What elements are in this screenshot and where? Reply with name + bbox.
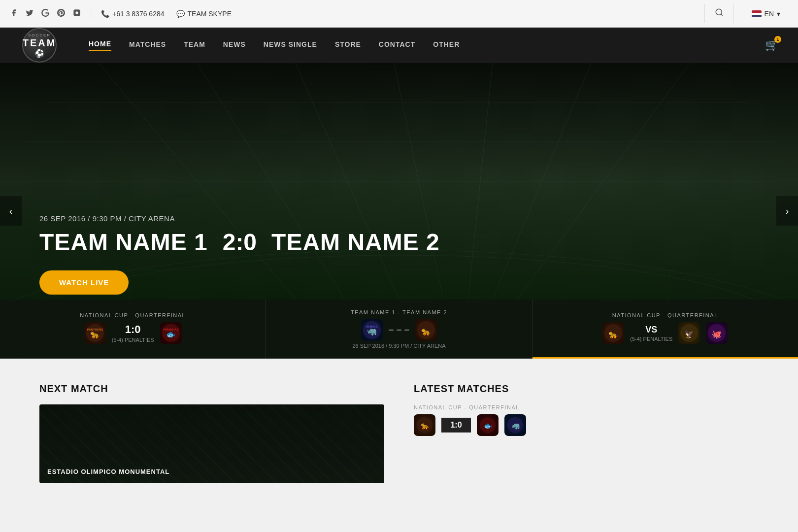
latest-team1-logo: 🐆 (414, 414, 435, 436)
site-logo[interactable]: SOCCER TEAM ⚽ (20, 26, 59, 65)
svg-point-2 (716, 9, 722, 15)
pinterest-icon[interactable] (57, 9, 65, 19)
phone-info: 📞 +61 3 8376 6284 (101, 10, 165, 18)
main-content: NEXT MATCH ESTADIO OLIMPICO MONUMENTAL L… (0, 359, 798, 508)
ticker-2-label: TEAM NAME 1 - TEAM NAME 2 (351, 309, 447, 315)
ticker-3-score-block: VS (5-4) PENALTIES (630, 325, 672, 342)
logo-top-text: SOCCER (28, 33, 51, 37)
nav-matches[interactable]: MATCHES (129, 40, 166, 50)
hero-team2: TEAM NAME 2 (271, 229, 440, 256)
ticker-3-penalties: (5-4) PENALTIES (630, 336, 672, 342)
next-match-section: NEXT MATCH ESTADIO OLIMPICO MONUMENTAL (39, 383, 384, 483)
nav-home[interactable]: HOME (89, 40, 111, 51)
facebook-icon[interactable] (10, 9, 18, 19)
contact-info: 📞 +61 3 8376 6284 💬 TEAM SKYPE (91, 10, 704, 18)
ticker-2-date: 26 SEP 2016 / 9:30 PM / CITY ARENA (352, 343, 445, 349)
next-match-venue: ESTADIO OLIMPICO MONUMENTAL (47, 468, 169, 475)
main-nav: HOME MATCHES TEAM NEWS NEWS SINGLE STORE… (89, 40, 760, 51)
ticker-1-penalties: (5-4) PENALTIES (112, 337, 154, 343)
phone-icon: 📞 (101, 10, 109, 18)
ticker-3-vs: VS (630, 325, 672, 335)
hero-score: 2:0 (223, 229, 257, 256)
lang-label: EN (765, 10, 774, 18)
ticker-item-3[interactable]: NATIONAL CUP - QUARTERFINAL 🐆 VS (5-4) P… (532, 299, 798, 359)
nav-contact[interactable]: CONTACT (379, 40, 415, 50)
social-links (10, 9, 91, 19)
latest-team2-logo: 🐟 (477, 414, 499, 436)
hero-content: 26 SEP 2016 / 9:30 PM / CITY ARENA TEAM … (39, 214, 440, 295)
svg-text:🦏: 🦏 (511, 422, 520, 430)
latest-match-label: NATIONAL CUP - QUARTERFINAL (414, 404, 759, 410)
skype-label: TEAM SKYPE (188, 10, 232, 18)
phone-number: +61 3 8376 6284 (112, 10, 165, 18)
nav-store[interactable]: STORE (335, 40, 361, 50)
cart-container[interactable]: 🛒 1 (760, 39, 778, 52)
svg-text:🐙: 🐙 (712, 330, 722, 339)
top-bar-right: EN ▾ (704, 4, 788, 23)
svg-text:🦏: 🦏 (367, 327, 377, 336)
svg-text:🐟: 🐟 (484, 422, 493, 430)
hero-section: 26 SEP 2016 / 9:30 PM / CITY ARENA TEAM … (0, 63, 798, 359)
watch-live-button[interactable]: WATCH LIVE (39, 270, 129, 295)
ticker-3-panthers: 🐆 (602, 322, 624, 344)
svg-text:🦅: 🦅 (684, 330, 694, 339)
nav-team[interactable]: TEAM (184, 40, 205, 50)
skype-info: 💬 TEAM SKYPE (176, 10, 232, 18)
hero-team1: TEAM NAME 1 (39, 229, 208, 256)
nav-bar: SOCCER TEAM ⚽ HOME MATCHES TEAM NEWS NEW… (0, 28, 798, 63)
svg-text:🐆: 🐆 (90, 330, 100, 339)
ticker-2-panthers-logo: 🐆 (415, 319, 437, 341)
panthers-logo: PANTHERS🐆 (84, 322, 106, 344)
skype-icon: 💬 (176, 10, 185, 18)
piranhas-logo: PIRANHAS🐟 (160, 322, 182, 344)
nav-news[interactable]: NEWS (223, 40, 246, 50)
google-icon[interactable] (41, 9, 49, 19)
twitter-icon[interactable] (26, 9, 33, 19)
latest-matches-section: LATEST MATCHES NATIONAL CUP - QUARTERFIN… (414, 383, 759, 483)
svg-text:🐆: 🐆 (608, 330, 618, 339)
rhinos-logo: RHINOS🦏 (361, 319, 383, 341)
latest-team3-logo: 🦏 (504, 414, 526, 436)
latest-match-row: 🐆 1:0 🐟 🦏 (414, 414, 759, 436)
cart-badge: 1 (774, 36, 781, 43)
svg-text:🐆: 🐆 (421, 327, 431, 336)
svg-text:🐟: 🐟 (166, 330, 176, 339)
hero-prev-arrow[interactable]: ‹ (0, 196, 22, 226)
logo-circle: SOCCER TEAM ⚽ (22, 28, 57, 63)
instagram-icon[interactable] (73, 9, 81, 19)
ticker-2-center (389, 330, 409, 331)
ticker-3-label: NATIONAL CUP - QUARTERFINAL (612, 312, 718, 318)
ticker-1-teams: PANTHERS🐆 1:0 (5-4) PENALTIES PIRANHAS🐟 (84, 322, 182, 344)
ticker-1-score-block: 1:0 (5-4) PENALTIES (112, 323, 154, 343)
nav-other[interactable]: OTHER (433, 40, 460, 50)
ticker-1-label: NATIONAL CUP - QUARTERFINAL (80, 312, 186, 318)
nav-news-single[interactable]: NEWS SINGLE (264, 40, 317, 50)
hero-next-arrow[interactable]: › (776, 196, 798, 226)
latest-score-box: 1:0 (441, 418, 471, 432)
ticker-item-2[interactable]: TEAM NAME 1 - TEAM NAME 2 RHINOS🦏 🐆 26 S… (266, 299, 532, 359)
ticker-3-teams: 🐆 VS (5-4) PENALTIES 🦅 🐙 (602, 322, 728, 344)
chevron-down-icon: ▾ (777, 10, 780, 18)
soccer-ball-icon: ⚽ (34, 49, 44, 58)
match-ticker: NATIONAL CUP - QUARTERFINAL PANTHERS🐆 1:… (0, 299, 798, 359)
language-selector[interactable]: EN ▾ (744, 10, 788, 18)
logo-main-text: TEAM (23, 37, 57, 49)
latest-score: 1:0 (450, 421, 462, 430)
next-match-image: ESTADIO OLIMPICO MONUMENTAL (39, 404, 384, 483)
eagles-logo: 🦅 (678, 322, 700, 344)
flag-icon (752, 10, 762, 17)
ticker-item-1[interactable]: NATIONAL CUP - QUARTERFINAL PANTHERS🐆 1:… (0, 299, 266, 359)
latest-matches-title: LATEST MATCHES (414, 383, 759, 395)
hero-date: 26 SEP 2016 / 9:30 PM / CITY ARENA (39, 214, 440, 223)
octopus-logo: 🐙 (706, 322, 728, 344)
next-match-title: NEXT MATCH (39, 383, 384, 395)
search-button[interactable] (704, 4, 734, 23)
top-bar: 📞 +61 3 8376 6284 💬 TEAM SKYPE EN ▾ (0, 0, 798, 28)
svg-text:🐆: 🐆 (421, 422, 430, 430)
hero-scoreline: TEAM NAME 1 2:0 TEAM NAME 2 (39, 229, 440, 256)
ticker-2-teams: RHINOS🦏 🐆 (361, 319, 437, 341)
ticker-progress-bar (532, 357, 798, 359)
ticker-1-score: 1:0 (112, 323, 154, 336)
content-grid: NEXT MATCH ESTADIO OLIMPICO MONUMENTAL L… (39, 383, 759, 483)
